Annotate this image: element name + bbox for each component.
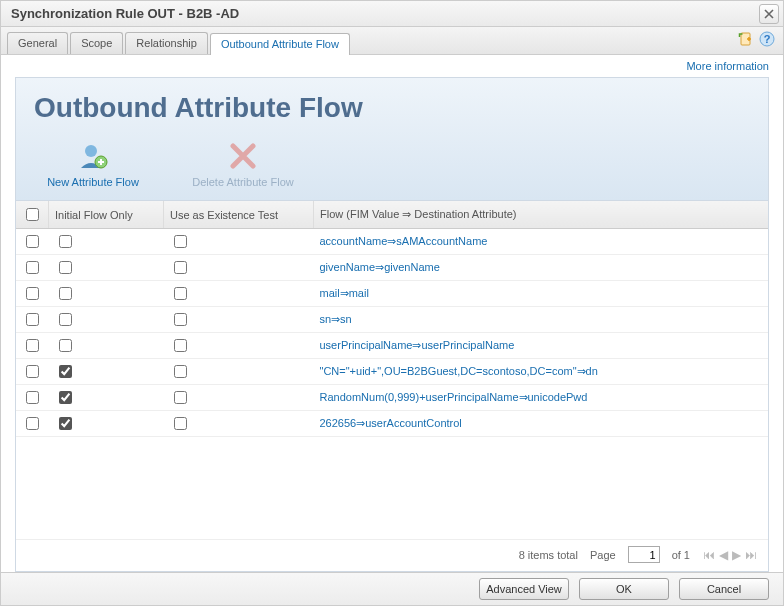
flow-link[interactable]: userPrincipalName⇒userPrincipalName	[320, 339, 515, 351]
select-all-header	[16, 201, 49, 229]
close-icon	[764, 9, 774, 19]
new-item-icon[interactable]	[737, 31, 753, 47]
initial-flow-only-checkbox[interactable]	[59, 235, 72, 248]
page-last-icon[interactable]: ⏭	[744, 548, 758, 562]
flow-link[interactable]: accountName⇒sAMAccountName	[320, 235, 488, 247]
new-attribute-flow-label: New Attribute Flow	[47, 176, 139, 188]
initial-flow-only-checkbox[interactable]	[59, 339, 72, 352]
page-first-icon[interactable]: ⏮	[702, 548, 716, 562]
tab-relationship[interactable]: Relationship	[125, 32, 208, 54]
table-row[interactable]: "CN="+uid+",OU=B2BGuest,DC=scontoso,DC=c…	[16, 359, 768, 385]
initial-flow-only-checkbox[interactable]	[59, 365, 72, 378]
row-select-checkbox[interactable]	[26, 313, 39, 326]
pagination-controls: ⏮ ◀ ▶ ⏭	[702, 548, 758, 562]
initial-flow-only-checkbox[interactable]	[59, 313, 72, 326]
flow-link[interactable]: RandomNum(0,999)+userPrincipalName⇒unico…	[320, 391, 588, 403]
page-next-icon[interactable]: ▶	[731, 548, 742, 562]
select-all-checkbox[interactable]	[26, 208, 39, 221]
table-row[interactable]: RandomNum(0,999)+userPrincipalName⇒unico…	[16, 385, 768, 411]
delete-attribute-flow-action: Delete Attribute Flow	[188, 140, 298, 188]
close-button[interactable]	[759, 4, 779, 24]
flow-link[interactable]: sn⇒sn	[320, 313, 352, 325]
window-title: Synchronization Rule OUT - B2B -AD	[11, 6, 239, 21]
row-select-checkbox[interactable]	[26, 261, 39, 274]
existence-test-checkbox[interactable]	[174, 391, 187, 404]
flow-link[interactable]: 262656⇒userAccountControl	[320, 417, 462, 429]
header-flow[interactable]: Flow (FIM Value ⇒ Destination Attribute)	[314, 201, 769, 229]
existence-test-checkbox[interactable]	[174, 261, 187, 274]
table-footer: 8 items total Page of 1 ⏮ ◀ ▶ ⏭	[16, 539, 768, 571]
existence-test-checkbox[interactable]	[174, 365, 187, 378]
more-information-row: More information	[1, 55, 783, 73]
existence-test-checkbox[interactable]	[174, 417, 187, 430]
attribute-flow-table-wrapper: Initial Flow Only Use as Existence Test …	[15, 201, 769, 572]
header-existence-test[interactable]: Use as Existence Test	[164, 201, 314, 229]
ok-button[interactable]: OK	[579, 578, 669, 600]
flow-link[interactable]: mail⇒mail	[320, 287, 369, 299]
more-information-link[interactable]: More information	[686, 60, 769, 72]
tabs: General Scope Relationship Outbound Attr…	[1, 27, 783, 55]
tab-general[interactable]: General	[7, 32, 68, 54]
initial-flow-only-checkbox[interactable]	[59, 391, 72, 404]
help-icon[interactable]: ?	[759, 31, 775, 47]
initial-flow-only-checkbox[interactable]	[59, 417, 72, 430]
page-label-after: of 1	[672, 549, 690, 561]
page-input[interactable]	[628, 546, 660, 563]
page-prev-icon[interactable]: ◀	[718, 548, 729, 562]
attribute-flow-table: Initial Flow Only Use as Existence Test …	[16, 201, 768, 437]
table-row[interactable]: accountName⇒sAMAccountName	[16, 229, 768, 255]
page-label-before: Page	[590, 549, 616, 561]
existence-test-checkbox[interactable]	[174, 313, 187, 326]
row-select-checkbox[interactable]	[26, 287, 39, 300]
row-select-checkbox[interactable]	[26, 339, 39, 352]
svg-text:?: ?	[764, 33, 771, 45]
cancel-button[interactable]: Cancel	[679, 578, 769, 600]
advanced-view-button[interactable]: Advanced View	[479, 578, 569, 600]
row-select-checkbox[interactable]	[26, 417, 39, 430]
table-row[interactable]: userPrincipalName⇒userPrincipalName	[16, 333, 768, 359]
header-initial-flow-only[interactable]: Initial Flow Only	[49, 201, 164, 229]
flow-link[interactable]: "CN="+uid+",OU=B2BGuest,DC=scontoso,DC=c…	[320, 365, 598, 377]
svg-point-3	[85, 145, 97, 157]
table-row[interactable]: sn⇒sn	[16, 307, 768, 333]
dialog-button-bar: Advanced View OK Cancel	[1, 572, 783, 605]
delete-icon	[227, 140, 259, 172]
flow-link[interactable]: givenName⇒givenName	[320, 261, 440, 273]
table-row[interactable]: givenName⇒givenName	[16, 255, 768, 281]
row-select-checkbox[interactable]	[26, 235, 39, 248]
tab-outbound-attribute-flow[interactable]: Outbound Attribute Flow	[210, 33, 350, 55]
new-attribute-flow-action[interactable]: New Attribute Flow	[38, 140, 148, 188]
initial-flow-only-checkbox[interactable]	[59, 261, 72, 274]
delete-attribute-flow-label: Delete Attribute Flow	[192, 176, 294, 188]
existence-test-checkbox[interactable]	[174, 235, 187, 248]
table-row[interactable]: mail⇒mail	[16, 281, 768, 307]
initial-flow-only-checkbox[interactable]	[59, 287, 72, 300]
window-titlebar: Synchronization Rule OUT - B2B -AD	[1, 1, 783, 27]
items-total: 8 items total	[519, 549, 578, 561]
row-select-checkbox[interactable]	[26, 391, 39, 404]
existence-test-checkbox[interactable]	[174, 339, 187, 352]
tab-scope[interactable]: Scope	[70, 32, 123, 54]
hero-panel: Outbound Attribute Flow New Attribute Fl…	[15, 77, 769, 201]
table-row[interactable]: 262656⇒userAccountControl	[16, 411, 768, 437]
page-title: Outbound Attribute Flow	[34, 92, 750, 124]
existence-test-checkbox[interactable]	[174, 287, 187, 300]
user-add-icon	[77, 140, 109, 172]
row-select-checkbox[interactable]	[26, 365, 39, 378]
